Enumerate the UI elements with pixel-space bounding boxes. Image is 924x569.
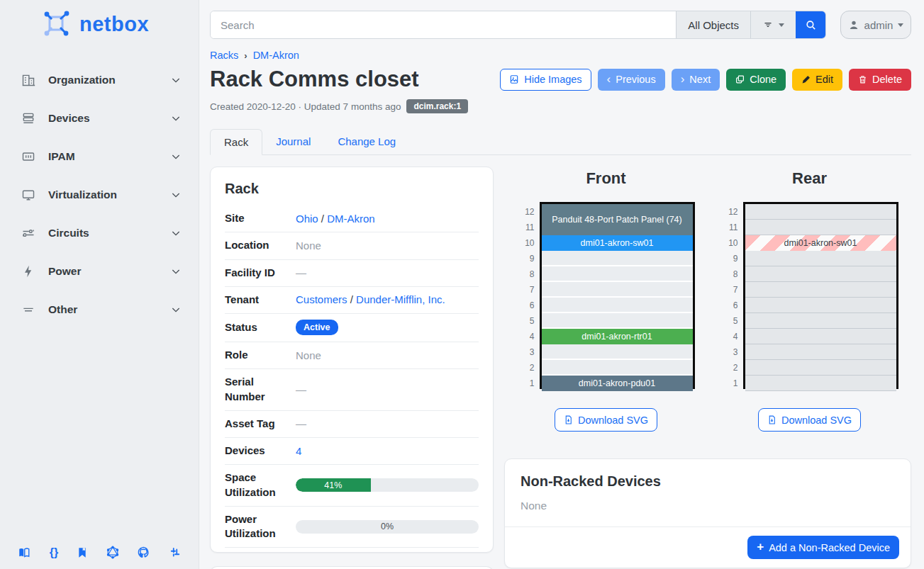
- next-button[interactable]: › Next: [672, 69, 720, 91]
- hide-images-button[interactable]: Hide Images: [500, 69, 591, 91]
- api-docs-bookmark-icon[interactable]: [77, 546, 88, 559]
- graphql-icon[interactable]: [106, 546, 119, 559]
- rack-device[interactable]: dmi01-akron-rtr01: [542, 329, 693, 344]
- rack-slot-empty[interactable]: [542, 313, 693, 329]
- netbox-logo-icon: [43, 10, 72, 38]
- rack-slot-empty[interactable]: [745, 329, 896, 344]
- rack-device[interactable]: Panduit 48-Port Patch Panel (74): [542, 204, 693, 235]
- clone-button[interactable]: Clone: [726, 69, 786, 91]
- non-racked-title: Non-Racked Devices: [521, 473, 895, 490]
- rack-device[interactable]: dmi01-akron-sw01: [542, 235, 693, 251]
- tab-change-log[interactable]: Change Log: [324, 129, 409, 154]
- rack-device[interactable]: dmi01-akron-sw01: [745, 235, 896, 251]
- chevron-down-icon: [170, 189, 182, 201]
- add-non-racked-device-button[interactable]: + Add a Non-Racked Device: [747, 536, 899, 559]
- front-elevation: Front 121110987654321 Panduit 48-Port Pa…: [504, 167, 708, 432]
- table-row-asset-tag: Asset Tag —: [225, 411, 479, 438]
- delete-button[interactable]: Delete: [849, 69, 911, 91]
- search-submit-button[interactable]: [796, 11, 825, 38]
- rack-slot-empty[interactable]: [542, 282, 693, 298]
- sidebar-item-ipam[interactable]: IPAM: [0, 137, 199, 176]
- site-link[interactable]: DM-Akron: [327, 213, 375, 225]
- sidebar-item-label: Organization: [48, 74, 170, 86]
- rack-slot-empty[interactable]: [542, 360, 693, 376]
- table-row-role: Role None: [225, 342, 479, 369]
- devices-icon: [21, 111, 37, 125]
- github-icon[interactable]: [137, 546, 150, 559]
- rack-slot-empty[interactable]: [542, 298, 693, 313]
- chevron-down-icon: [170, 74, 182, 86]
- devices-count-link[interactable]: 4: [296, 445, 301, 457]
- breadcrumb-racks-link[interactable]: Racks: [210, 50, 238, 61]
- sidebar-item-devices[interactable]: Devices: [0, 99, 199, 137]
- object-id-badge: dcim.rack:1: [406, 99, 468, 113]
- space-utilization-bar: 41%: [296, 478, 479, 492]
- search-input[interactable]: [211, 11, 676, 38]
- rack-slot-empty[interactable]: [745, 266, 896, 282]
- unit-number: 3: [518, 344, 535, 360]
- search-filter-button[interactable]: [750, 11, 796, 38]
- sidebar-item-label: Circuits: [48, 227, 170, 240]
- sidebar-item-virtualization[interactable]: Virtualization: [0, 176, 199, 214]
- breadcrumb-separator-icon: ›: [244, 50, 247, 61]
- power-icon: [21, 264, 37, 278]
- tenant-group-link[interactable]: Customers: [296, 293, 347, 305]
- rack-device[interactable]: dmi01-akron-pdu01: [542, 376, 693, 391]
- rack-slot-empty[interactable]: [745, 204, 896, 220]
- rack-slot-empty[interactable]: [745, 376, 896, 391]
- edit-button[interactable]: Edit: [792, 69, 842, 91]
- community-slack-icon[interactable]: [169, 546, 182, 559]
- docs-book-icon[interactable]: [17, 546, 31, 559]
- rack-slot-empty[interactable]: [542, 266, 693, 282]
- search-scope-button[interactable]: All Objects: [676, 11, 750, 38]
- sidebar-item-power[interactable]: Power: [0, 252, 199, 291]
- virtualization-icon: [21, 188, 37, 202]
- chevron-down-icon: [170, 227, 182, 239]
- site-region-link[interactable]: Ohio: [296, 213, 318, 225]
- netbox-wordmark: netbox: [79, 13, 149, 36]
- tenant-link[interactable]: Dunder-Mifflin, Inc.: [356, 293, 445, 305]
- tabs: Rack Journal Change Log: [210, 129, 911, 155]
- unit-number: 6: [518, 298, 535, 313]
- rack-elevations: Front 121110987654321 Panduit 48-Port Pa…: [504, 167, 911, 432]
- table-row-space-utilization: Space Utilization 41%: [225, 465, 479, 507]
- unit-number: 12: [721, 204, 738, 220]
- rest-api-braces-icon[interactable]: {}: [50, 546, 58, 559]
- sidebar: netbox Organization Devices IPAM: [0, 0, 199, 569]
- rack-slot-empty[interactable]: [745, 298, 896, 313]
- tab-journal[interactable]: Journal: [262, 129, 324, 154]
- rack-slot-empty[interactable]: [542, 344, 693, 360]
- front-title: Front: [586, 169, 625, 188]
- search-icon: [805, 19, 817, 31]
- serial-value: —: [293, 383, 479, 395]
- unit-number: 4: [518, 329, 535, 344]
- previous-button[interactable]: ‹ Previous: [598, 69, 665, 91]
- rear-elevation: Rear 121110987654321 dmi01-akron-sw01 Do…: [708, 167, 911, 432]
- unit-number: 10: [518, 235, 535, 251]
- rack-slot-empty[interactable]: [745, 344, 896, 360]
- rack-slot-empty[interactable]: [745, 220, 896, 235]
- copy-icon: [735, 74, 745, 84]
- rack-slot-empty[interactable]: [745, 360, 896, 376]
- sidebar-item-other[interactable]: Other: [0, 291, 199, 329]
- rack-slot-empty[interactable]: [745, 282, 896, 298]
- rack-slot-empty[interactable]: [542, 251, 693, 266]
- filter-icon: [762, 20, 774, 30]
- sidebar-item-label: IPAM: [48, 150, 170, 163]
- rack-attributes-table: Site Ohio / DM-Akron Location None Facil…: [225, 205, 479, 548]
- download-svg-rear-button[interactable]: Download SVG: [758, 408, 861, 432]
- table-row-devices: Devices 4: [225, 438, 479, 465]
- netbox-logo[interactable]: netbox: [0, 0, 199, 45]
- chevron-down-icon: [170, 151, 182, 162]
- breadcrumb-site-link[interactable]: DM-Akron: [253, 50, 299, 61]
- sidebar-item-organization[interactable]: Organization: [0, 61, 199, 99]
- rack-slot-empty[interactable]: [745, 251, 896, 266]
- download-svg-front-button[interactable]: Download SVG: [555, 408, 657, 432]
- sidebar-item-circuits[interactable]: Circuits: [0, 214, 199, 252]
- rack-slot-empty[interactable]: [745, 313, 896, 329]
- asset-tag-value: —: [293, 417, 479, 429]
- power-utilization-bar: 0%: [296, 520, 479, 534]
- tab-rack[interactable]: Rack: [210, 129, 262, 155]
- user-menu-button[interactable]: admin: [840, 11, 911, 39]
- unit-number: 7: [721, 282, 738, 298]
